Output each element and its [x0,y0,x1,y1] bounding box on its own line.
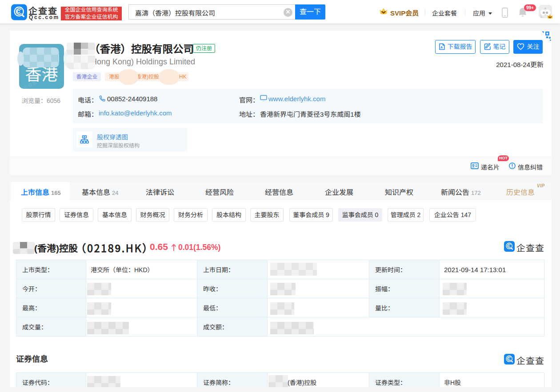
svg-text:A: A [440,46,443,49]
